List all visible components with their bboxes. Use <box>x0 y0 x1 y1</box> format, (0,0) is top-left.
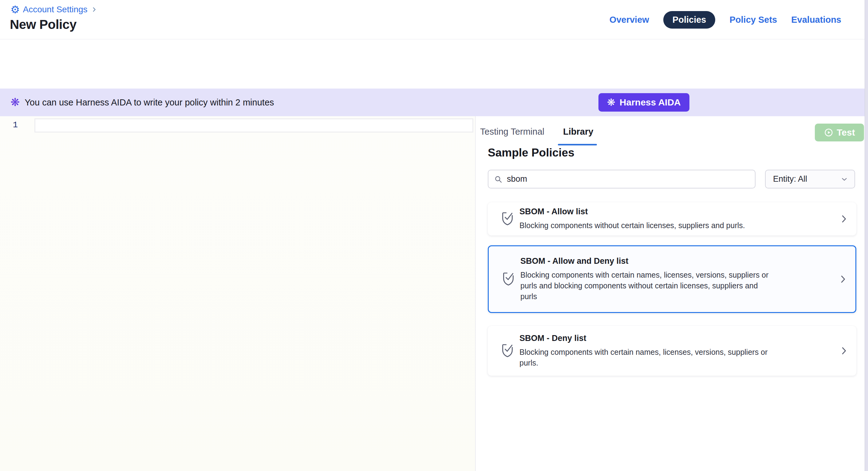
tab-testing-terminal[interactable]: Testing Terminal <box>480 127 544 137</box>
breadcrumb-chevron-icon <box>91 6 97 13</box>
chevron-right-icon <box>839 214 848 224</box>
chevron-right-icon <box>839 346 848 356</box>
tab-policy-sets[interactable]: Policy Sets <box>730 15 777 25</box>
policy-search-box <box>488 170 755 188</box>
entity-filter-value: Entity: All <box>773 174 807 184</box>
policy-card-sbom-allow-list[interactable]: SBOM - Allow list Blocking components wi… <box>488 202 856 235</box>
harness-aida-button[interactable]: ❋ Harness AIDA <box>598 93 689 112</box>
chevron-right-icon <box>838 274 847 284</box>
tab-policies[interactable]: Policies <box>663 11 716 29</box>
policy-card-title: SBOM - Allow and Deny list <box>520 257 832 266</box>
breadcrumb-account-settings-link[interactable]: Account Settings <box>23 5 87 14</box>
policy-search-input[interactable] <box>507 174 747 184</box>
tab-library[interactable]: Library <box>563 127 593 137</box>
policy-card-sbom-allow-and-deny-list[interactable]: SBOM - Allow and Deny list Blocking comp… <box>488 245 856 313</box>
library-panel: Testing Terminal Library Test Sample Pol… <box>476 116 865 471</box>
aida-flower-icon: ❋ <box>10 97 20 108</box>
aida-button-label: Harness AIDA <box>620 97 681 108</box>
aida-banner-message: You can use Harness AIDA to write your p… <box>25 97 274 108</box>
page-header: ⚙ Account Settings New Policy Overview P… <box>0 0 865 39</box>
code-editor[interactable]: 1 <box>0 116 475 471</box>
policy-toolbar: SBOM allow and deny list Save Discard <box>0 40 865 89</box>
policy-card-text: SBOM - Deny list Blocking components wit… <box>520 333 839 368</box>
editor-line-number: 1 <box>0 120 32 130</box>
aida-button-flower-icon: ❋ <box>607 97 615 108</box>
shield-check-icon <box>501 211 514 227</box>
aida-banner: ❋ You can use Harness AIDA to write your… <box>0 89 865 116</box>
policy-card-text: SBOM - Allow and Deny list Blocking comp… <box>520 257 838 302</box>
page-title: New Policy <box>10 17 76 32</box>
entity-filter-dropdown[interactable]: Entity: All <box>765 170 855 188</box>
top-navigation: Overview Policies Policy Sets Evaluation… <box>610 11 841 28</box>
breadcrumb: ⚙ Account Settings <box>10 4 97 15</box>
policy-card-description: Blocking components without certain lice… <box>520 220 833 231</box>
tab-evaluations[interactable]: Evaluations <box>791 15 841 25</box>
search-icon <box>494 175 502 183</box>
play-icon <box>824 127 834 138</box>
policy-card-title: SBOM - Deny list <box>520 333 833 343</box>
shield-check-icon <box>501 343 514 358</box>
tab-overview[interactable]: Overview <box>610 15 649 25</box>
test-button[interactable]: Test <box>815 124 864 141</box>
scrollbar-gutter[interactable] <box>865 0 868 471</box>
policy-card-sbom-deny-list[interactable]: SBOM - Deny list Blocking components wit… <box>488 326 856 376</box>
aida-banner-message-group: ❋ You can use Harness AIDA to write your… <box>10 89 274 116</box>
account-settings-gear-icon: ⚙ <box>10 4 20 15</box>
policy-card-description: Blocking components with certain names, … <box>520 270 832 302</box>
sample-policies-heading: Sample Policies <box>488 146 575 159</box>
editor-current-line <box>34 118 473 133</box>
policy-card-description: Blocking components with certain names, … <box>520 347 833 368</box>
chevron-down-icon <box>840 175 848 183</box>
sample-policy-list: SBOM - Allow list Blocking components wi… <box>488 202 856 376</box>
policy-card-text: SBOM - Allow list Blocking components wi… <box>520 207 839 231</box>
shield-check-icon <box>502 271 515 287</box>
test-button-label: Test <box>837 127 855 138</box>
new-policy-page: ⚙ Account Settings New Policy Overview P… <box>0 0 868 471</box>
active-tab-underline <box>558 144 597 145</box>
policy-card-title: SBOM - Allow list <box>520 207 833 216</box>
